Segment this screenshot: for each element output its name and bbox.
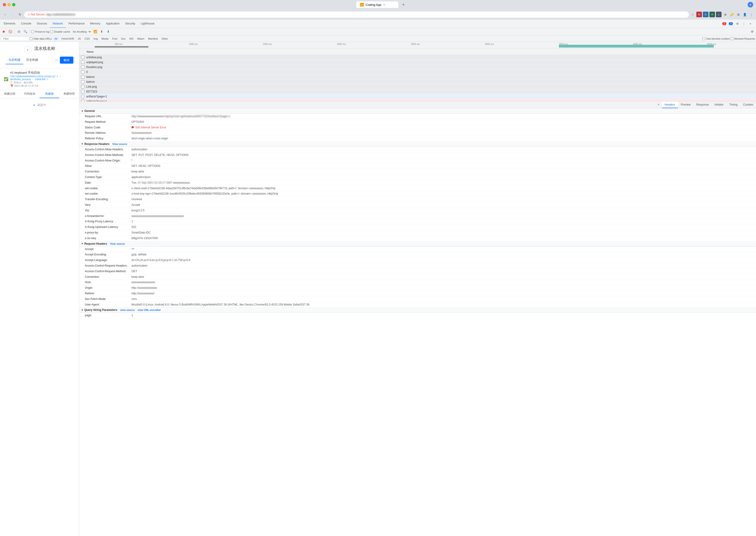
file-checkbox-duration[interactable] bbox=[81, 65, 84, 69]
filter-css[interactable]: CSS bbox=[83, 37, 91, 41]
extension-icon-5[interactable]: ⊕ bbox=[722, 12, 728, 17]
branch-link[interactable]: dev/build_process bbox=[10, 78, 31, 81]
filter-fetch-xhr[interactable]: Fetch/XHR bbox=[60, 37, 76, 41]
file-item-8377323[interactable]: 8377323 bbox=[79, 89, 756, 94]
preserve-log-input[interactable] bbox=[31, 30, 34, 33]
devtools-badge-red[interactable]: 3 bbox=[721, 21, 727, 26]
file-item-0[interactable]: 0 bbox=[79, 70, 756, 75]
tab-current-build[interactable]: 当前构建 bbox=[6, 56, 23, 64]
file-checkbox-artifacts2[interactable] bbox=[81, 100, 84, 102]
tab-performance[interactable]: Performance bbox=[66, 19, 87, 28]
detail-tab-timing[interactable]: Timing bbox=[726, 102, 740, 108]
clear-button[interactable]: 🚫 bbox=[8, 29, 13, 35]
response-headers-section-header[interactable]: ▼ Response Headers View source bbox=[79, 142, 756, 147]
query-params-view-url-encoded[interactable]: view URL-encoded bbox=[138, 309, 160, 311]
has-blocked-cookies-input[interactable] bbox=[703, 37, 705, 40]
has-blocked-cookies-checkbox[interactable]: Has blocked cookies bbox=[703, 37, 730, 40]
blocked-requests-checkbox[interactable]: Blocked Requests bbox=[731, 37, 755, 40]
file-checkbox-link[interactable] bbox=[81, 85, 84, 88]
file-item-link[interactable]: Link.png bbox=[79, 84, 756, 89]
file-checkbox-unplayed[interactable] bbox=[81, 61, 84, 64]
cat-tab-code-change[interactable]: 代码改动 bbox=[20, 90, 40, 98]
tab-memory[interactable]: Memory bbox=[87, 19, 103, 28]
devtools-badge-blue[interactable]: 9 bbox=[728, 21, 734, 26]
detail-tab-response[interactable]: Response bbox=[694, 102, 712, 108]
tab-close-button[interactable]: × bbox=[383, 3, 385, 7]
cat-tab-snapshot[interactable]: 构建快照 bbox=[59, 90, 79, 98]
devtools-close-icon[interactable]: × bbox=[748, 21, 753, 26]
disable-cache-checkbox[interactable]: Disable cache bbox=[50, 30, 70, 33]
filter-wasm[interactable]: Wasm bbox=[136, 37, 146, 41]
import-icon[interactable]: ⬆ bbox=[99, 29, 105, 35]
commit-link[interactable]: 2d44c44f bbox=[35, 78, 46, 81]
detail-tab-preview[interactable]: Preview bbox=[678, 102, 694, 108]
file-checkbox-lastrun1[interactable] bbox=[81, 75, 84, 79]
reload-button[interactable]: ↻ bbox=[17, 11, 23, 18]
cat-tab-artifacts[interactable]: 构建物 bbox=[40, 90, 59, 98]
response-headers-view-source[interactable]: View source bbox=[112, 143, 127, 146]
menu-icon[interactable]: ⋮ bbox=[748, 12, 754, 17]
request-headers-view-source[interactable]: View source bbox=[110, 242, 125, 245]
extension-icon-8[interactable]: 👤 bbox=[742, 12, 748, 17]
devtools-more-icon[interactable]: ⋮ bbox=[741, 21, 747, 26]
hide-data-urls-input[interactable] bbox=[30, 37, 33, 40]
file-item-unplayed[interactable]: unplayed.png bbox=[79, 60, 756, 65]
hide-data-urls-checkbox[interactable]: Hide data URLs bbox=[30, 37, 52, 40]
general-section-header[interactable]: ▼ General bbox=[79, 108, 756, 114]
file-checkbox-artifacts1[interactable] bbox=[81, 95, 84, 98]
request-headers-section-header[interactable]: ▼ Request Headers View source bbox=[79, 241, 756, 247]
new-tab-button[interactable]: + bbox=[400, 1, 407, 8]
profile-icon[interactable]: ● bbox=[748, 2, 753, 8]
devtools-settings-icon[interactable]: ⚙ bbox=[735, 21, 740, 26]
maximize-dot[interactable] bbox=[12, 3, 16, 6]
filter-manifest[interactable]: Manifest bbox=[147, 37, 159, 41]
forward-button[interactable]: › bbox=[9, 11, 16, 18]
extension-icon-4[interactable]: 1 bbox=[716, 12, 721, 17]
record-button[interactable]: ⏺ bbox=[1, 29, 7, 35]
disable-cache-input[interactable] bbox=[50, 30, 53, 33]
extension-icon-1[interactable]: M bbox=[696, 12, 702, 17]
tab-security[interactable]: Security bbox=[122, 19, 138, 28]
filter-media[interactable]: Media bbox=[100, 37, 110, 41]
preserve-log-checkbox[interactable]: Preserve log bbox=[31, 30, 49, 33]
extension-icon-6[interactable]: 🔑 bbox=[729, 12, 735, 17]
detail-tab-headers[interactable]: Headers bbox=[662, 102, 678, 108]
detail-tab-cookies[interactable]: Cookies bbox=[740, 102, 756, 108]
query-params-section-header[interactable]: ▼ Query String Parameters view source vi… bbox=[79, 307, 756, 313]
tab-lighthouse[interactable]: Lighthouse bbox=[138, 19, 157, 28]
back-button[interactable]: ‹ bbox=[2, 11, 8, 18]
filter-icon[interactable]: ⊟ bbox=[16, 29, 22, 35]
filter-other[interactable]: Other bbox=[160, 37, 169, 41]
favorite-icon[interactable]: ☆ bbox=[55, 58, 58, 62]
query-params-view-source[interactable]: view source bbox=[120, 309, 135, 311]
address-bar[interactable]: ⚠ Not Secure http://s9000000003/#/ bbox=[24, 12, 689, 18]
extension-icon-7[interactable]: ⊞ bbox=[736, 12, 741, 17]
file-item-lastrun1[interactable]: lastrun bbox=[79, 75, 756, 80]
network-settings-icon[interactable]: ⚙ bbox=[749, 29, 755, 35]
search-button[interactable]: 🔍 bbox=[23, 29, 28, 35]
extension-icon-2[interactable]: G bbox=[703, 12, 708, 17]
filter-doc[interactable]: Doc bbox=[119, 37, 127, 41]
filter-chip-all[interactable]: All bbox=[53, 37, 59, 41]
file-checkbox-lastrun2[interactable] bbox=[81, 80, 84, 84]
file-checkbox-8377323[interactable] bbox=[81, 90, 84, 93]
detail-tab-initiator[interactable]: Initiator bbox=[712, 102, 726, 108]
file-item-artifacts2[interactable]: artifacts?page=1 bbox=[79, 99, 756, 102]
file-checkbox-unfollow[interactable] bbox=[81, 56, 84, 59]
file-item-unfollow[interactable]: unfollow.png bbox=[79, 55, 756, 60]
file-item-artifacts1[interactable]: artifacts?page=1 bbox=[79, 94, 756, 99]
minimize-dot[interactable] bbox=[8, 3, 11, 6]
tab-elements[interactable]: Elements bbox=[1, 19, 18, 28]
cat-tab-build-process[interactable]: 构建过程 bbox=[0, 90, 20, 98]
extension-icon-3[interactable]: H bbox=[709, 12, 715, 17]
tab-history-build[interactable]: 历史构建 bbox=[23, 56, 41, 64]
tab-console[interactable]: Console bbox=[18, 19, 34, 28]
repo-link[interactable]: http://git●●●●●●●●●●/coding-oa/app.git bbox=[10, 75, 55, 78]
filter-font[interactable]: Font bbox=[111, 37, 118, 41]
tab-sources[interactable]: Sources bbox=[34, 19, 50, 28]
trigger-build-button[interactable]: 触发 bbox=[60, 57, 73, 64]
tab-application[interactable]: Application bbox=[103, 19, 122, 28]
file-item-duration[interactable]: Duration.png bbox=[79, 65, 756, 70]
file-checkbox-0[interactable] bbox=[81, 70, 84, 74]
back-button-left[interactable]: ‹ bbox=[24, 46, 31, 53]
